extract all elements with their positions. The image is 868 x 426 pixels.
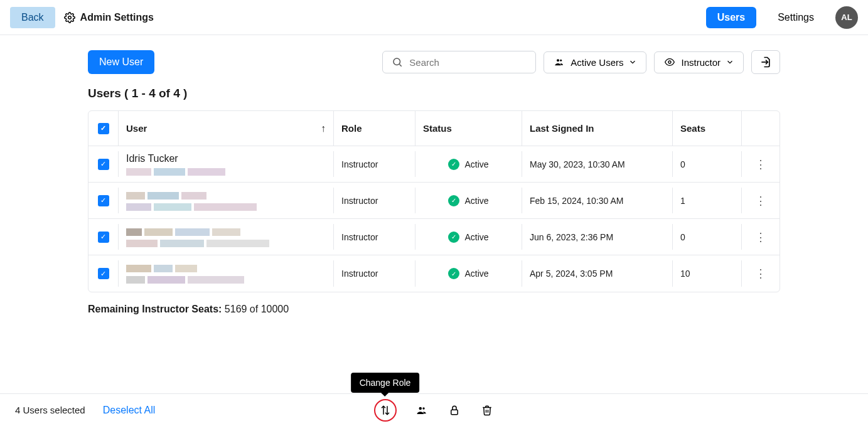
users-table: ✓ User ↑ Role Status Last Signed In Seat… — [88, 110, 780, 292]
table-header: ✓ User ↑ Role Status Last Signed In Seat… — [88, 111, 780, 146]
avatar[interactable]: AL — [835, 6, 858, 29]
users-count-heading: Users ( 1 - 4 of 4 ) — [88, 87, 780, 100]
user-name: Idris Tucker — [126, 153, 326, 164]
role-cell: Instructor — [334, 151, 415, 177]
col-status[interactable]: Status — [415, 111, 522, 146]
row-more-button[interactable]: ⋮ — [751, 264, 770, 283]
status-active-icon: ✓ — [448, 159, 459, 170]
status-active-icon: ✓ — [448, 232, 459, 243]
row-more-button[interactable]: ⋮ — [751, 191, 770, 210]
filter-status-button[interactable]: Active Users — [544, 51, 646, 73]
user-cell — [119, 188, 334, 213]
user-cell — [119, 224, 334, 250]
row-more-button[interactable]: ⋮ — [751, 155, 770, 174]
col-user[interactable]: User ↑ — [119, 111, 334, 146]
status-text: Active — [464, 232, 488, 242]
filter-role-button[interactable]: Instructor — [654, 51, 744, 73]
select-all-checkbox[interactable]: ✓ — [98, 123, 109, 134]
svg-point-3 — [557, 59, 559, 61]
col-last-signed-in[interactable]: Last Signed In — [522, 111, 673, 146]
seats-cell: 10 — [673, 260, 742, 287]
redacted-email — [126, 203, 326, 211]
sort-arrow-up-icon: ↑ — [321, 123, 326, 134]
filter-role-label: Instructor — [681, 57, 721, 68]
status-active-icon: ✓ — [448, 268, 459, 279]
status-text: Active — [464, 159, 488, 169]
svg-line-2 — [400, 64, 402, 66]
topbar-left: Back Admin Settings — [10, 7, 154, 28]
eye-icon — [663, 57, 676, 67]
last-signed-in-cell: Feb 15, 2024, 10:30 AM — [522, 188, 673, 213]
seats-cell: 1 — [673, 188, 742, 213]
search-input[interactable] — [409, 57, 528, 68]
remaining-seats-value: 5169 of 10000 — [225, 304, 289, 314]
user-cell — [119, 260, 334, 287]
remaining-seats: Remaining Instructor Seats: 5169 of 1000… — [88, 304, 780, 315]
col-user-label: User — [126, 123, 147, 134]
status-cell: ✓ Active — [415, 224, 522, 250]
export-icon — [759, 56, 772, 68]
redacted-email — [126, 240, 326, 247]
new-user-button[interactable]: New User — [88, 50, 154, 74]
export-button[interactable] — [751, 50, 780, 74]
redacted-name — [126, 265, 326, 272]
toolbar: New User Active Users — [88, 50, 780, 74]
status-text: Active — [464, 269, 488, 279]
row-checkbox[interactable]: ✓ — [98, 268, 109, 279]
row-checkbox[interactable]: ✓ — [98, 159, 109, 170]
status-text: Active — [464, 196, 488, 206]
tab-settings[interactable]: Settings — [766, 7, 825, 28]
status-cell: ✓ Active — [415, 151, 522, 177]
toolbar-right: Active Users Instructor — [382, 50, 780, 74]
table-row: ✓ Instructor ✓ Active Feb 15, 2024, 10:3… — [88, 183, 780, 219]
role-cell: Instructor — [334, 260, 415, 287]
page-title: Admin Settings — [64, 12, 154, 23]
user-cell: Idris Tucker — [119, 151, 334, 177]
seats-cell: 0 — [673, 224, 742, 250]
col-actions — [742, 111, 780, 146]
group-icon — [553, 57, 565, 67]
redacted-name — [126, 192, 326, 200]
page-title-text: Admin Settings — [80, 12, 154, 23]
last-signed-in-cell: Apr 5, 2024, 3:05 PM — [522, 260, 673, 287]
chevron-down-icon — [726, 58, 734, 67]
main-content: New User Active Users — [0, 35, 868, 390]
search-icon — [392, 56, 403, 68]
remaining-seats-label: Remaining Instructor Seats: — [88, 304, 222, 314]
tab-users[interactable]: Users — [706, 7, 756, 28]
redacted-email — [126, 168, 326, 176]
svg-point-1 — [394, 58, 400, 65]
status-cell: ✓ Active — [415, 188, 522, 213]
row-more-button[interactable]: ⋮ — [751, 228, 770, 247]
search-box[interactable] — [382, 51, 536, 73]
svg-point-4 — [560, 60, 562, 61]
seats-cell: 0 — [673, 151, 742, 177]
table-row: ✓ Instructor ✓ Active Apr 5, 2024, 3:05 … — [88, 255, 780, 292]
gear-icon — [64, 12, 75, 23]
table-row: ✓ Idris Tucker Instructor ✓ Active May 3… — [88, 146, 780, 183]
redacted-name — [126, 228, 326, 236]
svg-point-0 — [68, 16, 71, 19]
filter-status-label: Active Users — [571, 57, 623, 68]
row-checkbox[interactable]: ✓ — [98, 232, 109, 243]
row-checkbox[interactable]: ✓ — [98, 195, 109, 206]
role-cell: Instructor — [334, 188, 415, 213]
status-cell: ✓ Active — [415, 260, 522, 287]
col-role[interactable]: Role — [334, 111, 415, 146]
chevron-down-icon — [628, 58, 637, 67]
last-signed-in-cell: Jun 6, 2023, 2:36 PM — [522, 224, 673, 250]
topbar: Back Admin Settings Users Settings AL — [0, 0, 868, 35]
col-seats[interactable]: Seats — [673, 111, 742, 146]
back-button[interactable]: Back — [10, 7, 55, 28]
role-cell: Instructor — [334, 224, 415, 250]
redacted-email — [126, 276, 326, 284]
tooltip-change-role: Change Role — [351, 373, 420, 391]
topbar-right: Users Settings AL — [706, 6, 858, 29]
last-signed-in-cell: May 30, 2023, 10:30 AM — [522, 151, 673, 177]
table-row: ✓ Instructor ✓ Active Jun 6, 20 — [88, 219, 780, 255]
svg-point-5 — [668, 61, 671, 63]
status-active-icon: ✓ — [448, 195, 459, 206]
select-all-cell: ✓ — [88, 111, 119, 146]
